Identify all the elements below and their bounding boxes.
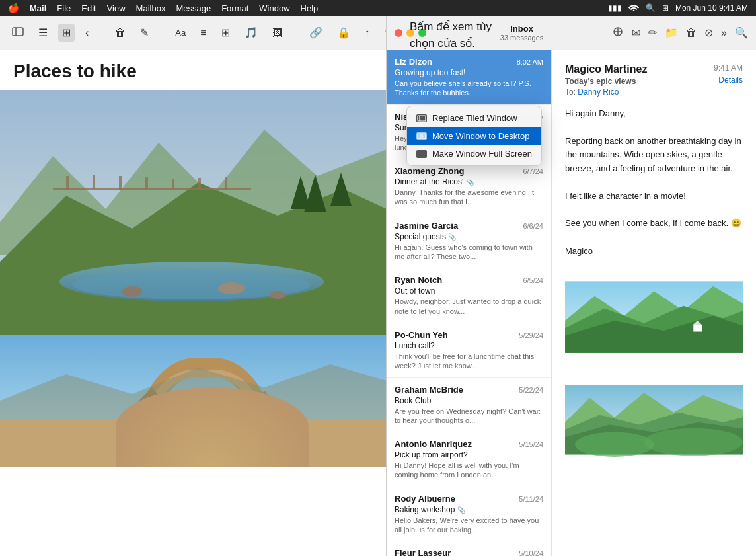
mail-item-antonio[interactable]: Antonio Manriquez 5/15/24 Pick up from a… [387,432,551,487]
inbox-count: 33 messages [500,34,543,42]
edit-button[interactable]: ✎ [136,24,153,42]
battery-icon[interactable]: ▮▮▮ [608,3,622,13]
trash-button[interactable]: 🗑 [686,27,697,39]
mail-preview: Hi Danny! Hope all is well with you. I'm… [395,461,543,480]
main-area: ☰ ⊞ ‹ 🗑 ✎ Aa ≡ ⊞ 🎵 🖼 🔗 🔒 ↑ 🔍 Places to h… [0,16,756,556]
attachment-icon: 📎 [448,233,456,241]
mail-item-pochun[interactable]: Po-Chun Yeh 5/29/24 Lunch call? Think yo… [387,323,551,378]
menu-view[interactable]: View [107,3,126,13]
fullscreen-icon [416,150,427,158]
mail-detail: Magico Martinez Today's epic views To: D… [552,50,756,556]
close-button[interactable] [395,29,402,37]
mail-item-header: Ryan Notch 6/5/24 [395,275,543,285]
mail-sender: Graham McBride [395,385,463,395]
mail-item-header: Rody Albuerne 5/11/24 [395,494,543,504]
mail-date: 5/22/24 [519,386,543,394]
mail-preview: Howdy, neighbor. Just wanted to drop a q… [395,297,543,316]
mail-item-header: Graham McBride 5/22/24 [395,385,543,395]
apple-menu[interactable]: 🍎 [8,3,19,13]
detail-photo-1 [565,269,743,368]
mail-subject: Lunch call? [395,341,543,350]
archive-button[interactable]: 📁 [665,26,678,39]
svg-point-39 [575,432,654,456]
detail-time: 9:41 AM [714,63,743,73]
mail-date: 5/29/24 [519,331,543,339]
mail-preview: Danny, Thanks for the awesome evening! I… [395,188,543,207]
photo-svg-1 [0,90,386,335]
svg-rect-14 [145,177,148,189]
menu-message[interactable]: Message [176,3,211,13]
photo-top [0,90,386,335]
menu-format[interactable]: Format [221,3,248,13]
fullscreen-label: Make Window Full Screen [432,149,532,159]
detail-header: Magico Martinez Today's epic views To: D… [565,63,743,97]
checklist-button[interactable]: ≡ [196,24,210,42]
inbox-title: Inbox [510,24,533,34]
search-left-button[interactable]: 🔍 [381,24,387,42]
mail-sender: Fleur Lasseur [395,548,451,556]
compose-button[interactable]: ✉ [632,26,640,39]
share-button[interactable]: ↑ [361,24,374,42]
detail-to-link[interactable]: Danny Rico [578,87,619,97]
audio-button[interactable]: 🎵 [241,24,262,42]
more-button[interactable]: » [721,27,727,39]
menu-window[interactable]: Window [259,3,289,13]
detail-subject: Today's epic views [565,77,647,86]
detail-photo-2 [565,374,743,473]
svg-rect-11 [66,176,69,190]
menubar: 🍎 Mail File Edit View Mailbox Message Fo… [0,0,756,16]
font-button[interactable]: Aa [171,25,190,40]
details-link[interactable]: Details [718,75,743,85]
sidebar-toggle-button[interactable] [8,24,28,42]
mail-item-header: Xiaomeng Zhong 6/7/24 [395,166,543,176]
link-button[interactable]: 🔗 [305,24,326,42]
menu-mail[interactable]: Mail [30,3,46,13]
grid-view-button[interactable]: ⊞ [58,24,75,42]
mail-sender: Jasmine Garcia [395,221,458,231]
search-mail-button[interactable]: 🔍 [735,26,748,39]
context-menu-item-fullscreen[interactable]: Make Window Full Screen [407,145,541,163]
svg-rect-15 [172,179,174,190]
right-panel: Inbox 33 messages ✉ ✏ 📁 🗑 ⊘ » 🔍 [387,16,756,556]
mail-item-liz[interactable]: Liz Dizon 8:02 AM Growing up too fast! C… [387,50,551,105]
control-center-icon[interactable]: ⊞ [662,3,669,13]
table-button[interactable]: ⊞ [217,24,234,42]
mail-item-rody[interactable]: Rody Albuerne 5/11/24 Baking workshop 📎 … [387,487,551,542]
context-menu-item-replace[interactable]: Replace Tiled Window [407,109,541,127]
traffic-lights [395,29,426,37]
attachment-icon: 📎 [466,179,474,186]
mail-item-header: Fleur Lasseur 5/10/24 [395,548,543,556]
junk-button[interactable]: ⊘ [704,26,713,39]
mail-subject: Dinner at the Ricos' 📎 [395,177,543,186]
attachment-icon: 📎 [457,506,465,514]
mail-item-ryan[interactable]: Ryan Notch 6/5/24 Out of town Howdy, nei… [387,268,551,323]
delete-button[interactable]: 🗑 [111,24,130,42]
mail-preview: Are you free on Wednesday night? Can't w… [395,407,543,426]
menu-file[interactable]: File [57,3,71,13]
mail-item-fleur[interactable]: Fleur Lasseur 5/10/24 Soccer jerseys Are… [387,541,551,556]
photo-svg-2 [0,335,386,467]
context-menu-item-move[interactable]: Move Window to Desktop [407,127,541,145]
lock-button[interactable]: 🔒 [333,24,354,42]
fullscreen-button[interactable] [418,29,426,37]
filter-button[interactable] [612,26,624,40]
search-menubar-icon[interactable]: 🔍 [646,3,656,13]
menu-mailbox[interactable]: Mailbox [136,3,166,13]
menu-edit[interactable]: Edit [81,3,96,13]
mail-inbox-info: Inbox 33 messages [437,24,607,42]
back-button[interactable]: ‹ [81,24,93,42]
menu-help[interactable]: Help [301,3,319,13]
svg-point-8 [218,282,245,294]
wifi-icon[interactable] [628,3,639,13]
media-button[interactable]: 🖼 [268,24,287,42]
mail-item-header: Antonio Manriquez 5/15/24 [395,439,543,449]
mail-item-xiaomeng[interactable]: Xiaomeng Zhong 6/7/24 Dinner at the Rico… [387,159,551,214]
mail-date: 6/7/24 [523,167,543,175]
mail-item-jasmine[interactable]: Jasmine Garcia 6/6/24 Special guests 📎 H… [387,214,551,269]
svg-rect-16 [198,178,201,190]
new-message-button[interactable]: ✏ [648,26,657,39]
svg-rect-41 [418,116,426,121]
list-view-button[interactable]: ☰ [34,24,52,42]
mail-item-graham[interactable]: Graham McBride 5/22/24 Book Club Are you… [387,378,551,433]
minimize-button[interactable] [406,29,414,37]
